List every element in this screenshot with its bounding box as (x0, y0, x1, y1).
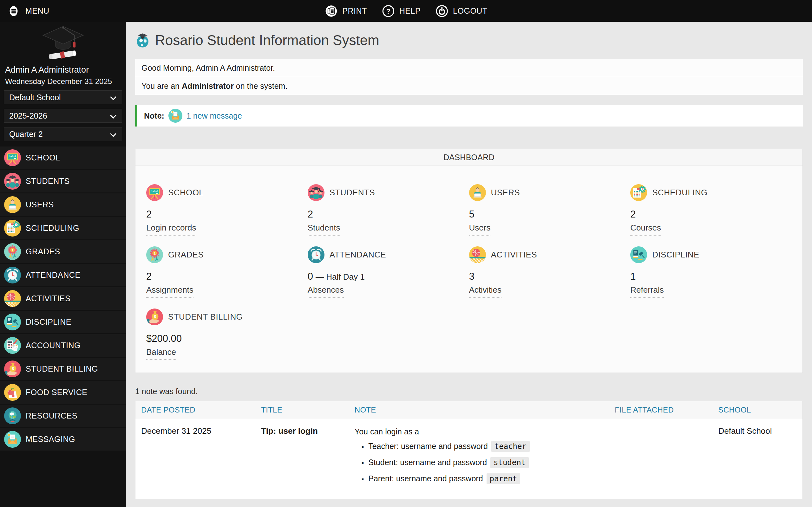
menu-icon (7, 3, 20, 19)
greeting-line2-suffix: on the system. (234, 81, 288, 90)
notes-table: DATE POSTED TITLE NOTE FILE ATTACHED SCH… (135, 401, 803, 499)
sidebar-item-accounting[interactable]: ACCOUNTING (0, 334, 126, 357)
note-label: Note: (144, 111, 164, 120)
menu-button[interactable]: MENU (0, 3, 50, 19)
logout-icon (435, 4, 448, 18)
note-item-text: Teacher: username and password (368, 442, 488, 451)
card-value-number: 2 (630, 209, 636, 220)
column-header-school[interactable]: SCHOOL (718, 405, 751, 414)
discipline-icon (4, 314, 21, 330)
card-link[interactable]: Activities (469, 285, 502, 298)
column-header-file-attached[interactable]: FILE ATTACHED (615, 405, 674, 414)
help-label: HELP (399, 6, 421, 15)
activities-icon (4, 290, 21, 307)
card-header: ATTENDANCE (308, 246, 469, 263)
chevron-down-icon (110, 94, 116, 100)
help-button[interactable]: HELP (382, 4, 421, 18)
students-icon (308, 184, 324, 201)
sidebar-item-label: SCHEDULING (26, 224, 79, 233)
sidebar-item-discipline[interactable]: DISCIPLINE (0, 311, 126, 333)
scheduling-icon (630, 184, 647, 201)
activities-icon (469, 246, 486, 263)
sidebar-item-activities[interactable]: ACTIVITIES (0, 287, 126, 310)
main-content: Rosario Student Information System Good … (126, 22, 812, 507)
card-value-number: 0 (308, 271, 313, 282)
school-icon (146, 184, 163, 201)
sidebar-item-messaging[interactable]: MESSAGING (0, 428, 126, 451)
chevron-down-icon (110, 112, 116, 119)
card-title: DISCIPLINE (652, 250, 699, 260)
quarter-select[interactable]: Quarter 2 (4, 127, 122, 141)
dashboard-card-activities: ACTIVITIES 3 Activities (469, 246, 631, 298)
card-title: ACTIVITIES (491, 250, 537, 260)
card-link[interactable]: Referrals (630, 285, 663, 298)
card-link[interactable]: Login records (146, 223, 196, 236)
sidebar-item-student-billing[interactable]: STUDENT BILLING (0, 358, 126, 380)
card-value: 2 (630, 209, 792, 220)
sidebar-item-label: GRADES (26, 247, 60, 256)
card-value: 2 (308, 209, 469, 220)
card-value: 1 (630, 271, 792, 283)
sidebar-item-label: STUDENTS (26, 177, 70, 186)
dashboard-panel: DASHBOARD SCHOOL 2 Login records (135, 149, 803, 373)
dashboard-title: DASHBOARD (136, 149, 803, 166)
column-header-note[interactable]: NOTE (355, 405, 376, 414)
students-icon (4, 173, 21, 189)
quarter-select-value: Quarter 2 (9, 130, 43, 139)
foodservice-icon (4, 384, 21, 401)
card-link[interactable]: Assignments (146, 285, 194, 298)
topbar: MENU PRINT HELP LOGOUT (0, 0, 812, 22)
card-link[interactable]: Users (469, 223, 491, 236)
column-header-title[interactable]: TITLE (261, 405, 282, 414)
card-header: GRADES (146, 246, 308, 263)
card-header: ACTIVITIES (469, 246, 631, 263)
resources-icon (4, 407, 21, 424)
card-link[interactable]: Students (308, 223, 340, 236)
note-intro: You can login as a (355, 426, 604, 437)
note-list: Teacher: username and password teacher S… (355, 441, 604, 485)
card-header: DISCIPLINE (630, 246, 792, 263)
sidebar-item-label: MESSAGING (26, 435, 75, 444)
messaging-icon (168, 109, 182, 123)
accounting-icon (4, 337, 21, 354)
note-item-text: Student: username and password (368, 458, 487, 467)
logout-label: LOGOUT (453, 6, 488, 15)
card-title: ATTENDANCE (330, 250, 386, 260)
card-link[interactable]: Courses (630, 223, 661, 236)
code-snippet: teacher (491, 441, 530, 452)
dashboard-card-student-billing: STUDENT BILLING $200.00 Balance (146, 308, 308, 360)
note-item-text: Parent: username and password (368, 474, 483, 483)
sidebar-item-label: FOOD SERVICE (26, 388, 87, 397)
column-header-date-posted[interactable]: DATE POSTED (141, 405, 196, 414)
sidebar-item-attendance[interactable]: ATTENDANCE (0, 264, 126, 286)
dashboard-card-grades: GRADES 2 Assignments (146, 246, 308, 298)
sidebar-item-users[interactable]: USERS (0, 193, 126, 216)
sidebar-item-label: ACTIVITIES (26, 294, 70, 303)
current-date: Wednesday December 31 2025 (0, 75, 126, 86)
school-year-select[interactable]: 2025-2026 (4, 109, 122, 123)
topbar-actions: PRINT HELP LOGOUT (324, 4, 487, 18)
sidebar-item-scheduling[interactable]: SCHEDULING (0, 217, 126, 239)
page-title-row: Rosario Student Information System (135, 31, 803, 50)
sidebar-item-grades[interactable]: GRADES (0, 240, 126, 263)
card-header: STUDENTS (308, 184, 469, 201)
dashboard-card-scheduling: SCHEDULING 2 Courses (630, 184, 792, 236)
cell-note: You can login as a Teacher: username and… (349, 419, 609, 499)
greeting-panel: Good Morning, Admin A Administrator. You… (135, 59, 803, 95)
school-select[interactable]: Default School (4, 90, 122, 104)
print-button[interactable]: PRINT (324, 4, 367, 18)
card-value: 2 (146, 271, 308, 283)
sidebar-item-label: SCHOOL (26, 153, 60, 162)
greeting-line2-prefix: You are an (142, 81, 182, 90)
sidebar-item-food-service[interactable]: FOOD SERVICE (0, 381, 126, 404)
sidebar-item-students[interactable]: STUDENTS (0, 170, 126, 192)
discipline-icon (630, 246, 647, 263)
card-link[interactable]: Balance (146, 347, 176, 360)
new-message-link[interactable]: 1 new message (186, 111, 242, 120)
sidebar-item-school[interactable]: SCHOOL (0, 147, 126, 169)
card-link[interactable]: Absences (308, 285, 344, 298)
sidebar-item-resources[interactable]: RESOURCES (0, 405, 126, 427)
logout-button[interactable]: LOGOUT (435, 4, 488, 18)
card-header: SCHEDULING (630, 184, 792, 201)
card-title: STUDENTS (330, 188, 375, 198)
